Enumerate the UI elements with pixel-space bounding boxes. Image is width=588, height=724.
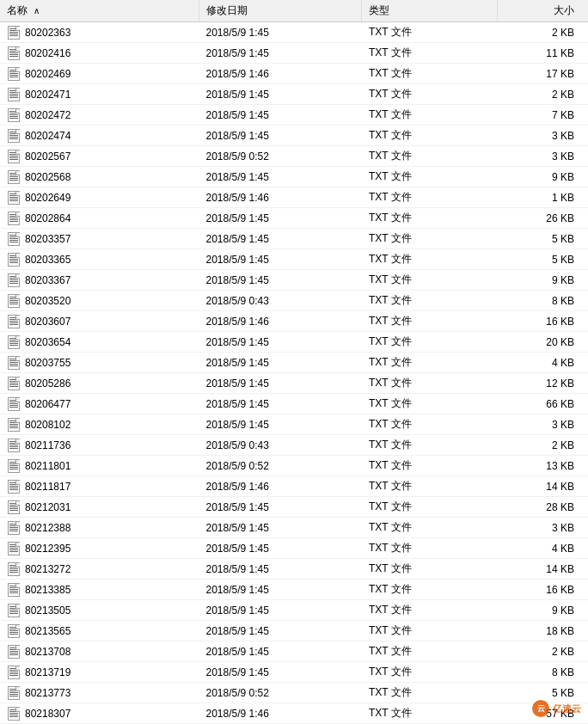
file-date: 2018/5/9 1:46: [199, 311, 362, 332]
table-row[interactable]: 802033572018/5/9 1:45TXT 文件5 KB: [0, 229, 588, 249]
txt-file-icon: [8, 232, 20, 246]
table-row[interactable]: 802024742018/5/9 1:45TXT 文件3 KB: [0, 126, 588, 146]
table-row[interactable]: 802025682018/5/9 1:45TXT 文件9 KB: [0, 167, 588, 187]
table-row[interactable]: 802123882018/5/9 1:45TXT 文件3 KB: [0, 518, 588, 538]
txt-file-icon: [8, 707, 20, 721]
txt-file-icon: [8, 666, 20, 679]
file-name-cell: 80206477: [0, 394, 199, 414]
table-row[interactable]: 802037552018/5/9 1:45TXT 文件4 KB: [0, 353, 588, 373]
table-row[interactable]: 802132722018/5/9 1:45TXT 文件14 KB: [0, 559, 588, 580]
watermark: 云 亿速云: [532, 700, 581, 717]
file-date: 2018/5/9 1:45: [199, 167, 362, 187]
txt-file-icon: [8, 459, 20, 473]
table-row[interactable]: 802024162018/5/9 1:45TXT 文件11 KB: [0, 43, 588, 64]
table-row[interactable]: 802023632018/5/9 1:45TXT 文件2 KB: [0, 22, 588, 43]
file-type: TXT 文件: [362, 332, 498, 353]
file-date: 2018/5/9 1:45: [199, 270, 362, 291]
file-name-cell: 80202567: [0, 146, 199, 167]
col-name-header[interactable]: 名称 ∧: [0, 0, 199, 22]
file-type: TXT 文件: [362, 497, 498, 518]
table-row[interactable]: 802137082018/5/9 1:45TXT 文件2 KB: [0, 641, 588, 662]
file-date: 2018/5/9 1:45: [199, 621, 362, 641]
file-list: 名称 ∧ 修改日期 类型 大小 802023632018/5/9 1:45TXT…: [0, 0, 588, 724]
file-size: 16 KB: [498, 311, 588, 332]
col-date-header[interactable]: 修改日期: [199, 0, 362, 22]
file-date: 2018/5/9 1:45: [199, 497, 362, 518]
table-row[interactable]: 802064772018/5/9 1:45TXT 文件66 KB: [0, 394, 588, 414]
txt-file-icon: [8, 583, 20, 597]
file-date: 2018/5/9 1:45: [199, 538, 362, 559]
file-type: TXT 文件: [362, 64, 498, 84]
txt-file-icon: [8, 273, 20, 287]
file-size: 9 KB: [498, 270, 588, 291]
file-type: TXT 文件: [362, 394, 498, 414]
file-date: 2018/5/9 1:45: [199, 662, 362, 683]
table-row[interactable]: 802133852018/5/9 1:45TXT 文件16 KB: [0, 580, 588, 600]
table-row[interactable]: 802035202018/5/9 0:43TXT 文件8 KB: [0, 291, 588, 311]
table-row[interactable]: 802135652018/5/9 1:45TXT 文件18 KB: [0, 621, 588, 641]
file-date: 2018/5/9 1:46: [199, 476, 362, 497]
file-name: 80202472: [25, 109, 70, 121]
table-row[interactable]: 802036542018/5/9 1:45TXT 文件20 KB: [0, 332, 588, 353]
table-row[interactable]: 802118172018/5/9 1:46TXT 文件14 KB: [0, 476, 588, 497]
file-name-cell: 80202472: [0, 105, 199, 126]
txt-file-icon: [8, 624, 20, 638]
file-date: 2018/5/9 1:45: [199, 249, 362, 270]
file-name: 80203365: [25, 254, 70, 266]
table-row[interactable]: 802117362018/5/9 0:43TXT 文件2 KB: [0, 435, 588, 456]
table-row[interactable]: 802024692018/5/9 1:46TXT 文件17 KB: [0, 64, 588, 84]
file-name-cell: 80213385: [0, 580, 199, 600]
file-name-cell: 80203654: [0, 332, 199, 353]
file-name: 80202363: [25, 27, 70, 39]
file-name: 80203367: [25, 274, 70, 286]
file-date: 2018/5/9 1:45: [199, 394, 362, 414]
table-row[interactable]: 802120312018/5/9 1:45TXT 文件28 KB: [0, 497, 588, 518]
file-name: 80202416: [25, 47, 70, 59]
txt-file-icon: [8, 191, 20, 205]
file-type: TXT 文件: [362, 518, 498, 538]
txt-file-icon: [8, 500, 20, 514]
file-size: 4 KB: [498, 353, 588, 373]
table-row[interactable]: 802036072018/5/9 1:46TXT 文件16 KB: [0, 311, 588, 332]
table-row[interactable]: 802081022018/5/9 1:45TXT 文件3 KB: [0, 414, 588, 435]
file-name: 80213565: [25, 625, 70, 637]
table-row[interactable]: 802024722018/5/9 1:45TXT 文件7 KB: [0, 105, 588, 126]
file-date: 2018/5/9 1:46: [199, 703, 362, 724]
file-date: 2018/5/9 1:45: [199, 84, 362, 105]
table-row[interactable]: 802123952018/5/9 1:45TXT 文件4 KB: [0, 538, 588, 559]
table-row[interactable]: 802183072018/5/9 1:46TXT 文件57 KB: [0, 703, 588, 724]
table-row[interactable]: 802026492018/5/9 1:46TXT 文件1 KB: [0, 187, 588, 208]
table-row[interactable]: 802052862018/5/9 1:45TXT 文件12 KB: [0, 373, 588, 394]
table-row[interactable]: 802118012018/5/9 0:52TXT 文件13 KB: [0, 456, 588, 476]
file-size: 26 KB: [498, 208, 588, 229]
file-name-cell: 80218307: [0, 703, 199, 724]
table-row[interactable]: 802033672018/5/9 1:45TXT 文件9 KB: [0, 270, 588, 291]
file-type: TXT 文件: [362, 435, 498, 456]
file-name: 80212388: [25, 522, 70, 534]
file-name: 80213708: [25, 646, 70, 658]
file-name-cell: 80203365: [0, 249, 199, 270]
table-row[interactable]: 802025672018/5/9 0:52TXT 文件3 KB: [0, 146, 588, 167]
txt-file-icon: [8, 46, 20, 60]
file-type: TXT 文件: [362, 84, 498, 105]
file-name-cell: 80202416: [0, 43, 199, 64]
table-row[interactable]: 802028642018/5/9 1:45TXT 文件26 KB: [0, 208, 588, 229]
txt-file-icon: [8, 377, 20, 390]
col-size-header[interactable]: 大小: [498, 0, 588, 22]
file-size: 66 KB: [498, 394, 588, 414]
table-row[interactable]: 802135052018/5/9 1:45TXT 文件9 KB: [0, 600, 588, 621]
file-name-cell: 80213773: [0, 683, 199, 703]
file-size: 14 KB: [498, 476, 588, 497]
table-row[interactable]: 802137732018/5/9 0:52TXT 文件5 KB: [0, 683, 588, 703]
table-row[interactable]: 802137192018/5/9 1:45TXT 文件8 KB: [0, 662, 588, 683]
file-type: TXT 文件: [362, 105, 498, 126]
file-name: 80202649: [25, 192, 70, 204]
txt-file-icon: [8, 67, 20, 81]
file-type: TXT 文件: [362, 703, 498, 724]
table-row[interactable]: 802033652018/5/9 1:45TXT 文件5 KB: [0, 249, 588, 270]
file-name: 80213773: [25, 687, 70, 699]
table-row[interactable]: 802024712018/5/9 1:45TXT 文件2 KB: [0, 84, 588, 105]
file-type: TXT 文件: [362, 229, 498, 249]
col-type-header[interactable]: 类型: [362, 0, 498, 22]
file-name-cell: 80203755: [0, 353, 199, 373]
